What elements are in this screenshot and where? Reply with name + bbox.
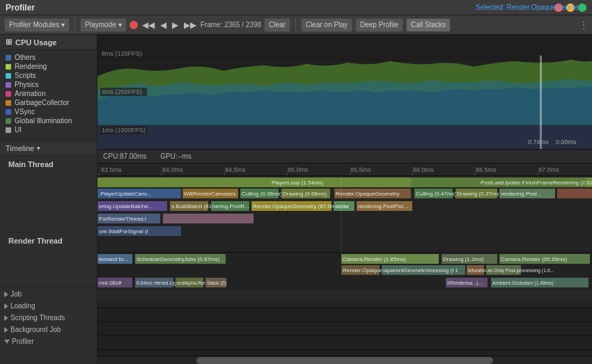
svg-text:Culling (0.38ms): Culling (0.38ms)	[242, 191, 283, 197]
deep-profile-button[interactable]: Deep Profile	[355, 18, 403, 32]
record-button[interactable]	[130, 21, 138, 29]
other-threads-label[interactable]: Other Threads	[0, 361, 97, 364]
svg-rect-99	[98, 350, 592, 356]
svg-text:86.5ms: 86.5ms	[476, 166, 497, 173]
settings-icon[interactable]: ⋮	[579, 20, 588, 30]
main-container: ⊞ CPU Usage Others Rendering Scripts Phy…	[0, 35, 592, 364]
main-thread-track: PlayerLoop (1.54ms) PostLateUpdate.Finis…	[98, 176, 592, 253]
expand-icon	[4, 315, 8, 321]
expand-icon	[4, 340, 10, 344]
svg-text:0.00ms: 0.00ms	[556, 139, 577, 145]
call-stacks-button[interactable]: Call Stacks	[406, 18, 451, 32]
svg-text:WillRenderCanvases: WillRenderCanvases	[184, 191, 236, 197]
svg-text:as Only Post-processing (1.6..: as Only Post-processing (1.6...	[488, 268, 554, 274]
cpu-usage-header[interactable]: ⊞ CPU Usage	[0, 35, 97, 50]
loading-track-svg	[98, 322, 592, 336]
time-ruler: 83.5ms 84.0ms 84.5ms 85.0ms 85.5ms 86.0m…	[98, 164, 592, 176]
clear-on-play-button[interactable]: Clear on Play	[301, 18, 352, 32]
svg-rect-97	[98, 322, 592, 336]
physics-color	[6, 82, 11, 88]
sidebar: ⊞ CPU Usage Others Rendering Scripts Phy…	[0, 35, 98, 364]
svg-text:PostLateUpdate.FinishFrameRend: PostLateUpdate.FinishFrameRendering (2.6…	[481, 180, 592, 186]
svg-text:ore.WaitForSignal (I: ore.WaitForSignal (I	[99, 228, 148, 235]
clear-button[interactable]: Clear	[264, 18, 290, 32]
svg-text:Camera.Render (95.69ms): Camera.Render (95.69ms)	[501, 256, 567, 262]
svg-text:85.0ms: 85.0ms	[288, 166, 309, 173]
job-track-svg	[98, 308, 592, 322]
background-job-label[interactable]: Background Job	[0, 324, 97, 335]
chevron-down-icon: ▾	[61, 21, 65, 29]
svg-text:Drawing (0.68ms): Drawing (0.68ms)	[283, 191, 327, 197]
animation-color	[6, 91, 11, 97]
cpu-usage-section: Others Rendering Scripts Physics Animati…	[0, 50, 97, 137]
timeline-header[interactable]: Timeline ▾	[0, 141, 97, 156]
svg-text:PlayerLoop (1.54ms): PlayerLoop (1.54ms)	[272, 180, 324, 186]
vsync-color	[6, 109, 11, 115]
svg-text:Stack (0): Stack (0)	[207, 280, 226, 286]
prev-step-icon[interactable]: ◀	[159, 20, 168, 30]
cpu-item-scripts: Scripts	[0, 71, 97, 80]
chart-area[interactable]: 8ms (120FPS) 4ms (250FPS) 1ms (1000FPS)	[98, 35, 592, 150]
background-job-track	[98, 350, 592, 356]
svg-text:86.0ms: 86.0ms	[413, 166, 434, 173]
cpu-info: CPU:87.00ms	[103, 152, 146, 160]
playmode-button[interactable]: Playmode ▾	[80, 18, 126, 32]
chevron-down-icon: ▾	[37, 145, 40, 152]
cpu-chart: 0.74ms 0.00ms	[98, 35, 592, 149]
toolbar-separator-2	[295, 19, 296, 31]
svg-text:Culling (0.47ms): Culling (0.47ms)	[416, 191, 457, 197]
svg-text:85.5ms: 85.5ms	[350, 166, 371, 173]
cpu-item-gi: Global Illumination	[0, 116, 97, 125]
render-thread-svg: lemand fo... ScheduleGeometryJobs (0.87m…	[98, 253, 592, 308]
scripts-color	[6, 73, 11, 79]
horizontal-scrollbar[interactable]	[98, 356, 592, 364]
svg-text:Render.OpaqueGeometry: Render.OpaqueGeometry	[336, 191, 400, 197]
toolbar-separator	[75, 19, 75, 31]
cpu-item-others: Others	[0, 53, 97, 62]
expand-icon	[4, 327, 8, 333]
profiler-label[interactable]: Profiler	[0, 335, 97, 347]
timeline-row-labels: Main Thread Render Thread Job Loading Sc…	[0, 156, 97, 364]
svg-text:Drawing (0.27ms): Drawing (0.27ms)	[457, 191, 501, 197]
gi-color	[6, 118, 11, 124]
svg-text:rred.GBuff: rred.GBuff	[99, 280, 121, 285]
svg-rect-4	[540, 56, 542, 149]
svg-text:Ambient.Occlusion (1.49ms): Ambient.Occlusion (1.49ms)	[492, 280, 554, 286]
tracks-container: PlayerLoop (1.54ms) PostLateUpdate.Finis…	[98, 176, 592, 356]
content-area: Selected: Render.OpaqueGeometry 8ms (120…	[98, 35, 592, 364]
titlebar-title: Profiler	[6, 3, 35, 13]
scripting-threads-label[interactable]: Scripting Threads	[0, 312, 97, 324]
svg-text:lemand fo...: lemand fo...	[99, 256, 128, 262]
main-thread-label: Main Thread	[0, 156, 97, 232]
cpu-item-animation: Animation	[0, 89, 97, 98]
svg-text:Drawing (1.2ms): Drawing (1.2ms)	[443, 256, 484, 262]
next-frame-icon[interactable]: ▶▶	[182, 20, 198, 30]
svg-text:84.0ms: 84.0ms	[162, 166, 183, 173]
main-thread-svg: PlayerLoop (1.54ms) PostLateUpdate.Finis…	[98, 176, 592, 253]
svg-text:rendering.PostPoc...: rendering.PostPoc...	[358, 203, 408, 209]
svg-text:IaparentGeometroIcessing (t 1: IaparentGeometroIcessing (t 1	[383, 267, 459, 274]
chevron-down-icon: ▾	[118, 21, 122, 29]
svg-text:ering.UpdateBatche...: ering.UpdateBatche...	[99, 203, 153, 209]
cpu-icon: ⊞	[6, 38, 12, 47]
render-thread-label: Render Thread	[0, 232, 97, 288]
next-step-icon[interactable]: ▶	[171, 20, 180, 30]
svg-text:ForRenderThread.I: ForRenderThread.I	[99, 216, 146, 222]
job-label[interactable]: Job	[0, 288, 97, 300]
cpu-item-rendering: Rendering	[0, 62, 97, 71]
gpu-info: GPU:--ms	[160, 152, 191, 160]
prev-frame-icon[interactable]: ◀◀	[141, 20, 156, 30]
others-color	[6, 55, 11, 61]
svg-rect-95	[98, 290, 592, 300]
gc-color	[6, 100, 11, 106]
svg-text:84.5ms: 84.5ms	[225, 166, 246, 173]
loading-label[interactable]: Loading	[0, 300, 97, 312]
time-ruler-svg: 83.5ms 84.0ms 84.5ms 85.0ms 85.5ms 86.0m…	[98, 164, 592, 176]
cpu-item-ui: UI	[0, 125, 97, 134]
expand-icon	[4, 303, 8, 309]
scripting-threads-svg	[98, 336, 592, 350]
svg-text:Camera.Render (1.85ms): Camera.Render (1.85ms)	[343, 256, 406, 262]
svg-text:hering.PostR...: hering.PostR...	[212, 203, 249, 209]
profiler-modules-button[interactable]: Profiler Modules ▾	[4, 18, 70, 32]
scrollbar-thumb[interactable]	[196, 357, 493, 364]
